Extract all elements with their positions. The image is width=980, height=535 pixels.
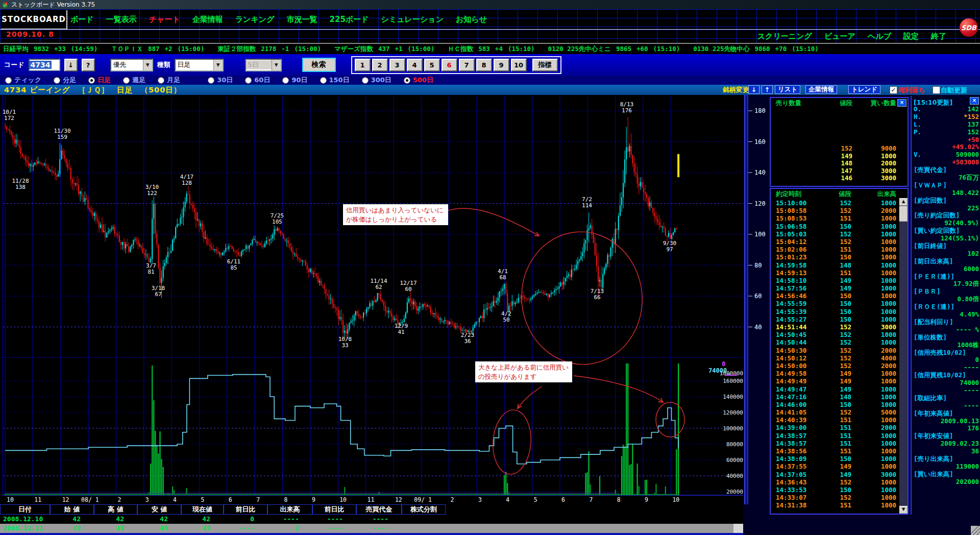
scrollbar[interactable]: ▲ ▼: [899, 198, 908, 514]
trade-time: 15:02:06: [771, 246, 818, 253]
scroll-down-icon[interactable]: ▼: [899, 506, 908, 514]
candlestick-chart[interactable]: 1801601401201008060401600001400001200001…: [0, 95, 771, 504]
trade-time: 15:04:12: [771, 238, 818, 246]
period-option-60日[interactable]: 60日: [245, 76, 270, 85]
svg-text:3/781: 3/781: [146, 262, 156, 275]
utility-menu-item-ビューア[interactable]: ビューア: [824, 32, 855, 41]
menu-item-シミュレーション[interactable]: シミュレーション: [381, 15, 444, 25]
indicator-button[interactable]: 指標: [532, 59, 558, 71]
resize-grip[interactable]: [971, 526, 980, 535]
page-button-2[interactable]: 2: [372, 59, 388, 71]
radio-icon[interactable]: [5, 77, 12, 84]
page-button-4[interactable]: 4: [407, 59, 423, 71]
list-button[interactable]: リスト: [775, 85, 800, 94]
stat-value: [947, 334, 979, 342]
menu-item-一覧表示[interactable]: 一覧表示: [106, 15, 137, 25]
radio-icon[interactable]: [245, 77, 252, 84]
chart-canvas[interactable]: 1801601401201008060401600001400001200001…: [0, 95, 771, 504]
radio-icon[interactable]: [362, 77, 369, 84]
table-cell: [402, 524, 446, 533]
radio-icon[interactable]: [54, 77, 60, 84]
page-button-7[interactable]: 7: [459, 59, 475, 71]
help-button[interactable]: ?: [82, 59, 95, 71]
utility-menu-item-スクリーニング[interactable]: スクリーニング: [757, 32, 812, 41]
page-button-5[interactable]: 5: [424, 59, 440, 71]
time-sales-row: 14:57:561491000: [771, 284, 898, 292]
radio-icon[interactable]: [158, 77, 164, 84]
radio-icon[interactable]: [404, 77, 410, 84]
trade-time: 14:49:49: [771, 377, 818, 385]
trade-volume: 1000: [851, 253, 896, 261]
trade-price: 151: [818, 447, 851, 455]
stat-line: L.137: [914, 121, 979, 129]
menu-item-企業情報[interactable]: 企業情報: [192, 15, 223, 25]
chevron-down-icon[interactable]: ▼: [213, 60, 223, 70]
radio-icon[interactable]: [282, 77, 289, 84]
period-option-300日[interactable]: 300日: [362, 76, 391, 85]
search-button[interactable]: 検索: [302, 58, 336, 72]
menu-item-お知らせ[interactable]: お知らせ: [456, 15, 487, 25]
type-select[interactable]: 日足▼: [175, 59, 224, 71]
period-option-週足[interactable]: 週足: [123, 76, 145, 85]
period-option-月足[interactable]: 月足: [158, 76, 180, 85]
radio-icon[interactable]: [208, 77, 214, 84]
page-button-8[interactable]: 8: [476, 59, 492, 71]
change-symbol-button[interactable]: 銘柄変更: [720, 85, 752, 94]
radio-icon[interactable]: [123, 77, 130, 84]
index-change: +4: [495, 45, 503, 54]
stat-line: 0: [914, 356, 979, 364]
period-option-90日[interactable]: 90日: [282, 76, 307, 85]
chevron-down-icon[interactable]: ▼: [143, 60, 152, 70]
stat-line: ---- %: [914, 326, 979, 334]
utility-menu-item-ヘルプ[interactable]: ヘルプ: [868, 32, 891, 41]
period-label: 60日: [254, 76, 270, 85]
svg-text:4: 4: [173, 496, 177, 503]
stat-line: +50: [914, 136, 979, 144]
svg-text:80: 80: [754, 262, 762, 269]
page-button-9[interactable]: 9: [494, 59, 509, 71]
page-button-10[interactable]: 10: [511, 59, 527, 71]
period-option-30日[interactable]: 30日: [208, 76, 233, 85]
company-info-button[interactable]: 企業情報: [805, 85, 837, 94]
scrollbar-thumb[interactable]: [899, 206, 908, 222]
code-input[interactable]: 4734: [29, 59, 60, 71]
menu-item-市況一覧[interactable]: 市況一覧: [287, 15, 317, 25]
period-option-分足[interactable]: 分足: [54, 76, 76, 85]
prev-symbol-button[interactable]: ↓: [748, 85, 760, 94]
close-icon[interactable]: ×: [970, 97, 979, 105]
radio-icon[interactable]: [320, 77, 327, 84]
utility-menu-item-終了[interactable]: 終了: [931, 32, 946, 41]
page-button-6[interactable]: 6: [442, 59, 457, 71]
next-symbol-button[interactable]: ↑: [762, 85, 773, 94]
page-button-3[interactable]: 3: [389, 59, 405, 71]
autoupdate-checkbox[interactable]: [933, 86, 940, 94]
code-down-button[interactable]: ↓: [64, 59, 78, 71]
scroll-up-icon[interactable]: ▲: [899, 198, 908, 206]
page-button-1[interactable]: 1: [355, 59, 371, 71]
index-name: 0120 225先中心ミニ: [548, 45, 611, 54]
trade-volume: 2000: [851, 207, 896, 214]
period-option-日足[interactable]: 日足: [88, 76, 111, 85]
stat-value: ----: [914, 387, 979, 395]
stat-line: 92(40.9%): [914, 220, 979, 227]
radio-icon[interactable]: [88, 77, 95, 84]
menu-item-チャート[interactable]: チャート: [149, 15, 180, 25]
table-cell: 49: [50, 524, 94, 533]
period-option-ティック[interactable]: ティック: [5, 76, 41, 85]
trade-volume: 2000: [851, 347, 896, 354]
trend-button[interactable]: トレンド: [848, 85, 880, 94]
utility-menu-item-設定[interactable]: 設定: [903, 32, 919, 41]
menu-item-ランキング[interactable]: ランキング: [235, 15, 275, 25]
index-name: 0130 225先物中心: [693, 45, 749, 54]
rights-checkbox[interactable]: ✓: [890, 86, 897, 94]
index-quote: 日経平均9832+33(14:59): [3, 45, 97, 54]
period-option-150日[interactable]: 150日: [320, 76, 350, 85]
menu-item-ボード[interactable]: ボード: [70, 15, 94, 25]
close-icon[interactable]: ×: [897, 99, 906, 107]
period-option-500日[interactable]: 500日: [404, 76, 433, 85]
priority-select[interactable]: 優先▼: [110, 59, 153, 71]
stat-line: [ＰＥＲ(連)]: [914, 273, 979, 281]
index-value: 2178: [261, 45, 276, 54]
table-cell: ----: [267, 515, 312, 524]
menu-item-225ボード[interactable]: 225ボード: [330, 15, 369, 25]
